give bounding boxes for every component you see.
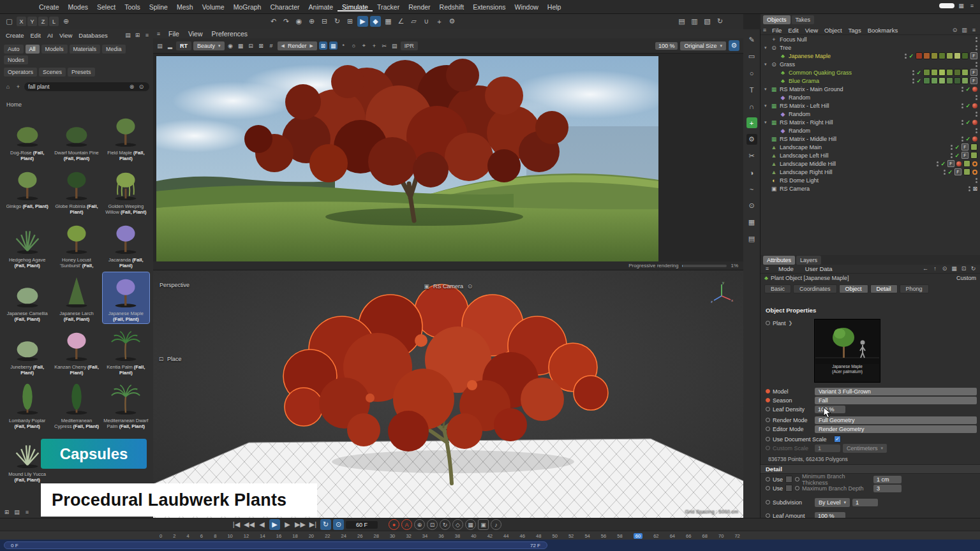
subdivision-field[interactable]: 1 bbox=[852, 499, 878, 506]
object-row[interactable]: ◐RS Dome Light bbox=[761, 176, 980, 184]
visibility-dots-icon[interactable] bbox=[961, 120, 963, 125]
redshift-material-icon[interactable] bbox=[972, 87, 977, 92]
redshift-material-icon[interactable] bbox=[972, 120, 977, 125]
paint-tool-icon[interactable]: ◑ bbox=[746, 167, 757, 178]
rectangle-tool-icon[interactable]: ▭ bbox=[746, 51, 757, 62]
attributes-burger-icon[interactable]: ≡ bbox=[763, 265, 771, 273]
texture-swatch-icon[interactable] bbox=[954, 69, 961, 76]
autokey-icon[interactable]: A bbox=[401, 519, 412, 530]
asset-tile[interactable]: Japanese Maple (Fall, Plant) bbox=[103, 272, 149, 323]
snap-icon[interactable]: ◆ bbox=[370, 16, 381, 27]
ruler-tick[interactable]: 46 bbox=[520, 533, 525, 539]
visibility-dots-icon[interactable] bbox=[951, 145, 953, 150]
menu-tracker[interactable]: Tracker bbox=[373, 3, 404, 11]
lock-icon[interactable]: ⊡ bbox=[960, 265, 968, 273]
modeling-settings-icon[interactable]: ⚙ bbox=[447, 16, 457, 27]
menu-spline[interactable]: Spline bbox=[145, 3, 172, 11]
ruler-tick[interactable]: 30 bbox=[390, 533, 395, 539]
visibility-dots-icon[interactable] bbox=[944, 170, 946, 175]
render-mode-dot[interactable] bbox=[766, 418, 770, 422]
ruler-tick[interactable]: 12 bbox=[244, 533, 249, 539]
field-tag-icon[interactable]: F bbox=[961, 143, 969, 151]
object-row[interactable]: ▾▦RS Matrix - Main Ground✓ bbox=[761, 85, 980, 93]
field-tag-icon[interactable]: F bbox=[970, 52, 977, 59]
redshift-material-icon[interactable] bbox=[972, 103, 977, 108]
texture-swatch-icon[interactable] bbox=[946, 77, 953, 84]
menu-modes[interactable]: Modes bbox=[64, 3, 93, 11]
asset-tile[interactable]: Japanese Camellia (Fall, Plant) bbox=[4, 272, 50, 323]
ruler-tick[interactable]: 42 bbox=[487, 533, 493, 539]
subtab-operators[interactable]: Operators bbox=[4, 68, 37, 77]
visibility-dots-icon[interactable] bbox=[976, 62, 977, 67]
texture-swatch-icon[interactable] bbox=[961, 69, 969, 76]
back-icon[interactable]: ← bbox=[921, 265, 930, 273]
camera-options-icon[interactable]: ⊙ bbox=[466, 282, 474, 290]
object-row[interactable]: ♣Japanese Maple✓F bbox=[761, 52, 980, 60]
filter-tab-auto[interactable]: Auto bbox=[4, 45, 24, 54]
undo-icon[interactable]: ↶ bbox=[268, 16, 279, 27]
ruler-tick[interactable]: 64 bbox=[670, 533, 675, 539]
render-view[interactable] bbox=[153, 54, 743, 261]
objects-burger-icon[interactable]: ≡ bbox=[761, 26, 769, 34]
asset-menu-create[interactable]: Create bbox=[3, 32, 27, 39]
list-icon[interactable]: ≡ bbox=[970, 26, 978, 34]
objects-menu-edit[interactable]: Edit bbox=[785, 27, 801, 34]
plant-expander-icon[interactable]: ❯ bbox=[789, 320, 793, 326]
subdivision-dot[interactable] bbox=[766, 500, 770, 504]
ruler-tick[interactable]: 34 bbox=[422, 533, 427, 539]
record-pla-icon[interactable]: ▦ bbox=[465, 519, 476, 530]
preview-range-slider[interactable]: 0 F 72 F bbox=[4, 541, 547, 549]
modeling-settings-icon[interactable]: ⚙ bbox=[746, 134, 757, 145]
prev-frame-icon[interactable]: ◀ bbox=[256, 519, 267, 530]
objects-menu-bookmarks[interactable]: Bookmarks bbox=[865, 27, 902, 34]
redshift-material-icon[interactable] bbox=[972, 136, 977, 142]
asset-tile[interactable]: Mediterranean Cypress (Fall, Plant) bbox=[53, 379, 100, 430]
object-row[interactable]: +Focus Null bbox=[761, 35, 980, 43]
playback-mode-icon[interactable]: ⊙ bbox=[333, 519, 344, 530]
texture-swatch-icon[interactable] bbox=[939, 52, 946, 59]
menu-character[interactable]: Character bbox=[265, 3, 304, 11]
custom-label[interactable]: Custom bbox=[956, 275, 976, 281]
subtab-scenes[interactable]: Scenes bbox=[39, 68, 66, 77]
enabled-check-icon[interactable]: ✓ bbox=[947, 169, 953, 175]
object-row[interactable]: ▾▦RS Matrix - Left Hill✓ bbox=[761, 101, 980, 110]
keyframe-selection-icon[interactable]: ▣ bbox=[478, 519, 489, 530]
live-selection-icon[interactable]: ◉ bbox=[293, 16, 304, 27]
menu-animate[interactable]: Animate bbox=[304, 3, 338, 11]
prev-key-icon[interactable]: ◀◀ bbox=[244, 519, 255, 530]
window-menu-icon[interactable]: ≡ bbox=[968, 1, 976, 10]
tab-takes[interactable]: Takes bbox=[792, 15, 815, 24]
asset-menu-databases[interactable]: Databases bbox=[75, 32, 110, 39]
season-dropdown[interactable]: Fall bbox=[815, 397, 977, 404]
move-icon[interactable]: ⊕ bbox=[306, 16, 317, 27]
object-row[interactable]: ♣Blue Grama✓F bbox=[761, 77, 980, 85]
up-icon[interactable]: ↑ bbox=[931, 265, 939, 273]
timeline-ruler[interactable]: 0246810121416182022242628303234363840424… bbox=[0, 531, 980, 540]
enabled-check-icon[interactable]: ✓ bbox=[965, 86, 970, 92]
expander-icon[interactable]: ▾ bbox=[764, 62, 770, 67]
size-dropdown[interactable]: Original Size▾ bbox=[680, 41, 726, 50]
animate-tool-icon[interactable]: ⊙ bbox=[746, 200, 757, 211]
asset-tile[interactable]: Globe Robinia (Fall, Plant) bbox=[53, 165, 100, 216]
expander-icon[interactable]: ▾ bbox=[764, 103, 770, 108]
objects-menu-tags[interactable]: Tags bbox=[845, 27, 865, 34]
objects-menu-view[interactable]: View bbox=[802, 27, 821, 34]
visibility-dots-icon[interactable] bbox=[912, 70, 914, 75]
rotate-icon[interactable]: ↻ bbox=[332, 16, 343, 27]
ruler-tick[interactable]: 62 bbox=[653, 533, 658, 539]
filter-tab-all[interactable]: All bbox=[26, 45, 40, 54]
visibility-dots-icon[interactable] bbox=[976, 37, 977, 42]
editor-mode-dropdown[interactable]: Render Geometry bbox=[815, 425, 977, 433]
visibility-dots-icon[interactable] bbox=[969, 186, 970, 191]
next-key-icon[interactable]: ▶▶ bbox=[295, 519, 306, 530]
objects-menu-object[interactable]: Object bbox=[821, 27, 845, 34]
texture-swatch-icon[interactable] bbox=[923, 77, 930, 84]
texture-swatch-icon[interactable] bbox=[931, 69, 938, 76]
min-branch-use-checkbox[interactable] bbox=[785, 476, 792, 483]
filter-tab-media[interactable]: Media bbox=[102, 45, 126, 54]
panel-grid-icon[interactable]: ⊞ bbox=[133, 31, 142, 39]
filter-tab-models[interactable]: Models bbox=[41, 45, 68, 54]
field-tag-icon[interactable]: F bbox=[961, 152, 969, 159]
asset-tile[interactable]: Dwarf Mountain Pine (Fall, Plant) bbox=[53, 112, 100, 163]
ruler-tick[interactable]: 10 bbox=[227, 533, 232, 539]
